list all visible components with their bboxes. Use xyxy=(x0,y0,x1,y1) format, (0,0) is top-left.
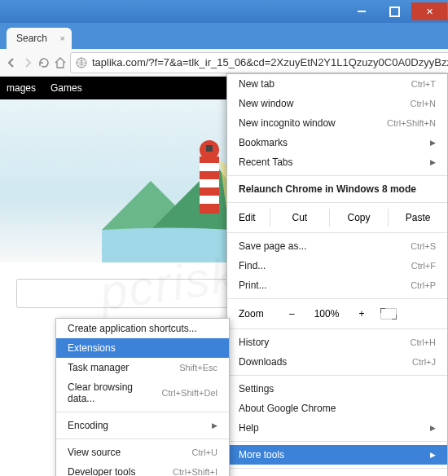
submenu-extensions[interactable]: Extensions xyxy=(56,338,229,358)
address-bar[interactable]: taplika.com/?f=7&a=tlk_ir_15_06&cd=2Xzuy… xyxy=(70,52,448,73)
reload-button[interactable] xyxy=(37,53,51,73)
chevron-right-icon: ▶ xyxy=(430,424,436,432)
menu-separator xyxy=(227,298,447,299)
menu-new-tab[interactable]: New tabCtrl+T xyxy=(227,74,447,94)
url-text: taplika.com/?f=7&a=tlk_ir_15_06&cd=2Xzuy… xyxy=(92,56,448,68)
menu-separator xyxy=(227,202,447,203)
menu-find[interactable]: Find...Ctrl+F xyxy=(227,256,447,275)
menu-incognito[interactable]: New incognito windowCtrl+Shift+N xyxy=(227,113,447,133)
submenu-clear-data[interactable]: Clear browsing data...Ctrl+Shift+Del xyxy=(56,377,229,408)
menu-separator xyxy=(227,375,447,376)
svg-rect-5 xyxy=(200,163,219,171)
zoom-out-button[interactable]: – xyxy=(279,305,305,323)
menu-save-page[interactable]: Save page as...Ctrl+S xyxy=(227,236,447,256)
cut-button[interactable]: Cut xyxy=(270,209,329,227)
menu-relaunch-win8[interactable]: Relaunch Chrome in Windows 8 mode xyxy=(227,179,447,199)
close-window-button[interactable] xyxy=(411,2,447,20)
menu-bookmarks[interactable]: Bookmarks▶ xyxy=(227,133,447,152)
edit-label: Edit xyxy=(239,212,270,223)
tab-strip: Search × xyxy=(0,23,448,49)
zoom-in-button[interactable]: + xyxy=(349,305,374,323)
more-tools-submenu: Create application shortcuts... Extensio… xyxy=(55,318,230,476)
nav-link-games[interactable]: Games xyxy=(51,82,82,94)
menu-about[interactable]: About Google Chrome xyxy=(227,399,447,418)
home-button[interactable] xyxy=(54,53,67,73)
chrome-main-menu: New tabCtrl+T New windowCtrl+N New incog… xyxy=(226,73,448,476)
chevron-right-icon: ▶ xyxy=(430,139,436,147)
menu-separator xyxy=(227,232,447,233)
submenu-view-source[interactable]: View sourceCtrl+U xyxy=(56,443,229,462)
chevron-right-icon: ▶ xyxy=(430,451,436,459)
menu-separator xyxy=(227,175,447,176)
submenu-developer-tools[interactable]: Developer toolsCtrl+Shift+I xyxy=(56,462,229,476)
menu-more-tools[interactable]: More tools▶ xyxy=(227,445,447,465)
globe-icon xyxy=(76,57,87,68)
menu-separator xyxy=(227,328,447,329)
menu-separator xyxy=(56,412,229,412)
paste-button[interactable]: Paste xyxy=(388,209,447,227)
submenu-encoding[interactable]: Encoding▶ xyxy=(56,416,229,435)
browser-toolbar: taplika.com/?f=7&a=tlk_ir_15_06&cd=2Xzuy… xyxy=(0,49,448,77)
menu-edit-row: Edit Cut Copy Paste xyxy=(227,206,447,229)
menu-zoom-row: Zoom – 100% + xyxy=(227,302,447,325)
nav-link-images[interactable]: mages xyxy=(7,82,36,94)
zoom-label: Zoom xyxy=(239,308,279,320)
menu-new-window[interactable]: New windowCtrl+N xyxy=(227,94,447,113)
maximize-button[interactable] xyxy=(379,2,410,20)
tab-title: Search xyxy=(16,33,47,44)
close-tab-icon[interactable]: × xyxy=(60,33,65,43)
menu-print[interactable]: Print...Ctrl+P xyxy=(227,275,447,295)
svg-rect-9 xyxy=(206,145,213,152)
menu-downloads[interactable]: DownloadsCtrl+J xyxy=(227,352,447,372)
svg-rect-7 xyxy=(200,196,219,204)
zoom-value: 100% xyxy=(305,305,349,323)
menu-separator xyxy=(56,439,229,439)
chevron-right-icon: ▶ xyxy=(430,158,436,166)
svg-rect-6 xyxy=(200,179,219,187)
browser-tab[interactable]: Search × xyxy=(7,28,72,49)
menu-separator xyxy=(227,441,447,442)
forward-button[interactable] xyxy=(21,53,34,73)
menu-help[interactable]: Help▶ xyxy=(227,418,447,438)
window-title-bar xyxy=(0,0,448,23)
back-button[interactable] xyxy=(5,53,18,73)
menu-recent-tabs[interactable]: Recent Tabs▶ xyxy=(227,152,447,172)
menu-separator xyxy=(227,468,447,469)
chevron-right-icon: ▶ xyxy=(212,421,217,430)
menu-exit[interactable]: ExitCtrl+Shift+Q xyxy=(227,472,447,476)
menu-history[interactable]: HistoryCtrl+H xyxy=(227,333,447,352)
submenu-create-shortcuts[interactable]: Create application shortcuts... xyxy=(56,319,229,338)
submenu-task-manager[interactable]: Task managerShift+Esc xyxy=(56,358,229,377)
minimize-button[interactable] xyxy=(346,2,377,20)
menu-settings[interactable]: Settings xyxy=(227,379,447,399)
copy-button[interactable]: Copy xyxy=(329,209,389,227)
fullscreen-icon[interactable] xyxy=(380,308,397,320)
